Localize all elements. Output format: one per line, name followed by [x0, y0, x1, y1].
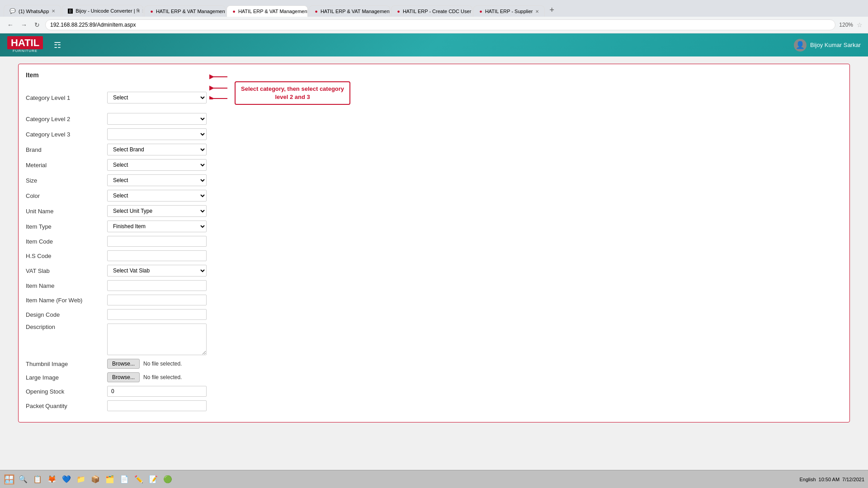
size-label: Size	[26, 177, 107, 184]
category-level-2-select[interactable]	[107, 113, 207, 125]
vat-slab-label: VAT Slab	[26, 267, 107, 274]
brand-select[interactable]: Select Brand	[107, 144, 207, 155]
large-file-name: No file selected.	[143, 374, 182, 380]
tab-bar: 💬 (1) WhatsApp ✕ 🅱 Bijoy - Unicode Conve…	[0, 0, 868, 17]
tab-hatil3[interactable]: ● HATIL ERP & VAT Management Syst... ✕	[144, 5, 226, 17]
packet-quantity-row: Packet Quantity	[26, 400, 842, 411]
tab-favicon: 💬	[9, 8, 16, 14]
tab-favicon: 🅱	[68, 9, 73, 14]
user-avatar: 👤	[794, 39, 807, 52]
browser-chrome: 💬 (1) WhatsApp ✕ 🅱 Bijoy - Unicode Conve…	[0, 0, 868, 33]
brand-row: Brand Select Brand	[26, 144, 842, 155]
app-header: HATIL FURNITURE ☶ 👤 Bijoy Kumar Sarkar	[0, 33, 868, 56]
item-name-web-row: Item Name (For Web)	[26, 295, 842, 305]
tab-label: HATIL ERP & VAT Management Syst...	[156, 9, 226, 14]
item-code-row: Item Code	[26, 236, 842, 247]
tab-hatil4[interactable]: ● HATIL ERP & VAT Management Syst... ✕	[226, 5, 308, 17]
user-info: 👤 Bijoy Kumar Sarkar	[794, 39, 861, 52]
large-image-label: Large Image	[26, 374, 107, 381]
packet-quantity-label: Packet Quantity	[26, 403, 107, 409]
packet-quantity-input[interactable]	[107, 400, 207, 411]
description-row: Description	[26, 324, 842, 355]
tab-label: HATIL ERP & VAT Management Syst...	[238, 9, 308, 14]
address-bar: ← → ↻ 120% ☆	[0, 17, 868, 33]
category-level-2-label: Category Level 2	[26, 116, 107, 122]
form-container: Item Category Level 1 Select	[18, 64, 850, 422]
tab-favicon: ●	[397, 9, 400, 14]
opening-stock-label: Opening Stock	[26, 388, 107, 395]
color-row: Color Select	[26, 190, 842, 202]
thumbnail-file-input-area: Browse... No file selected.	[107, 359, 182, 369]
size-select[interactable]: Select	[107, 174, 207, 186]
description-textarea[interactable]	[107, 324, 207, 355]
item-type-row: Item Type Finished Item	[26, 221, 842, 232]
tab-supplier[interactable]: ● HATIL ERP - Supplier ✕	[473, 5, 545, 17]
forward-button[interactable]: →	[19, 19, 29, 30]
item-type-select[interactable]: Finished Item	[107, 221, 207, 232]
logo-text: HATIL	[7, 36, 43, 49]
tab-favicon: ●	[315, 9, 318, 14]
new-tab-button[interactable]: +	[546, 4, 558, 17]
item-name-web-label: Item Name (For Web)	[26, 297, 107, 304]
category-level-1-select[interactable]: Select	[107, 92, 207, 103]
vat-slab-row: VAT Slab Select Vat Slab	[26, 265, 842, 277]
tab-hatil5[interactable]: ● HATIL ERP & VAT Management Syst... ✕	[309, 5, 390, 17]
opening-stock-input[interactable]	[107, 386, 207, 397]
design-code-label: Design Code	[26, 311, 107, 318]
unit-name-label: Unit Name	[26, 208, 107, 215]
bookmark-icon[interactable]: ☆	[857, 21, 863, 28]
material-label: Meterial	[26, 162, 107, 169]
tab-label: HATIL ERP - Create CDC User	[403, 9, 471, 14]
vat-slab-select[interactable]: Select Vat Slab	[107, 265, 207, 277]
tooltip-line2: level 2 and 3	[275, 94, 310, 100]
material-select[interactable]: Select	[107, 159, 207, 171]
design-code-row: Design Code	[26, 309, 842, 320]
category-level-3-label: Category Level 3	[26, 131, 107, 138]
tab-label: HATIL ERP & VAT Management Syst...	[321, 9, 390, 14]
tab-close-icon[interactable]: ✕	[52, 9, 55, 14]
back-button[interactable]: ←	[5, 19, 15, 30]
tab-bijoy[interactable]: 🅱 Bijoy - Unicode Converter | বি ✕	[62, 5, 143, 17]
brand-label: Brand	[26, 146, 107, 153]
thumbnail-file-name: No file selected.	[143, 361, 182, 367]
item-name-input[interactable]	[107, 280, 207, 291]
large-image-browse-button[interactable]: Browse...	[107, 372, 140, 382]
hs-code-row: H.S Code	[26, 250, 842, 261]
category-level-3-select[interactable]	[107, 128, 207, 140]
color-select[interactable]: Select	[107, 190, 207, 202]
tab-cdc[interactable]: ● HATIL ERP - Create CDC User ✕	[391, 5, 472, 17]
thumbnail-browse-button[interactable]: Browse...	[107, 359, 140, 369]
opening-stock-row: Opening Stock	[26, 386, 842, 397]
item-code-input[interactable]	[107, 236, 207, 247]
tab-favicon: ●	[479, 9, 482, 14]
tab-whatsapp[interactable]: 💬 (1) WhatsApp ✕	[4, 5, 61, 17]
description-label: Description	[26, 324, 107, 330]
thumbnail-image-row: Thumbnil Image Browse... No file selecte…	[26, 359, 842, 369]
form-title: Item	[26, 71, 842, 79]
unit-name-select[interactable]: Select Unit Type	[107, 205, 207, 217]
tab-close-icon[interactable]: ✕	[535, 9, 539, 14]
item-name-label: Item Name	[26, 282, 107, 289]
address-input[interactable]	[45, 19, 835, 30]
large-image-row: Large Image Browse... No file selected.	[26, 372, 842, 382]
logo: HATIL FURNITURE	[7, 37, 43, 53]
design-code-input[interactable]	[107, 309, 207, 320]
tab-close-icon[interactable]: ✕	[142, 9, 144, 14]
refresh-button[interactable]: ↻	[33, 19, 42, 30]
thumbnail-image-label: Thumbnil Image	[26, 361, 107, 367]
annotation-tooltip: Select category, then select category le…	[235, 81, 350, 105]
tab-favicon: ●	[232, 9, 236, 14]
item-name-web-input[interactable]	[107, 295, 207, 305]
user-name: Bijoy Kumar Sarkar	[810, 42, 861, 48]
item-code-label: Item Code	[26, 238, 107, 245]
size-row: Size Select	[26, 174, 842, 186]
item-name-row: Item Name	[26, 280, 842, 291]
tab-label: HATIL ERP - Supplier	[485, 9, 533, 14]
hs-code-input[interactable]	[107, 250, 207, 261]
category-level-3-row: Category Level 3	[26, 128, 842, 140]
menu-icon[interactable]: ☶	[54, 40, 61, 50]
category-level-1-label: Category Level 1	[26, 94, 107, 101]
large-file-input-area: Browse... No file selected.	[107, 372, 182, 382]
main-content: Item Category Level 1 Select	[0, 56, 868, 430]
material-row: Meterial Select	[26, 159, 842, 171]
